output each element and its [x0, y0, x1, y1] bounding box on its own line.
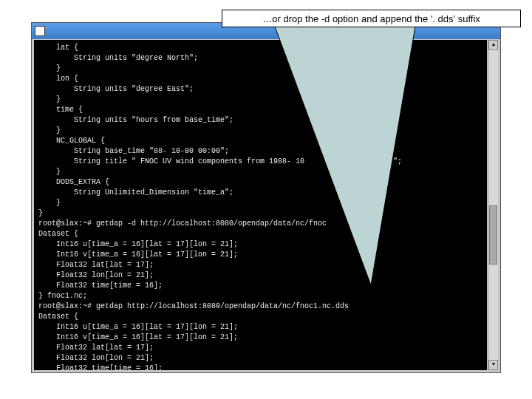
scroll-up-button[interactable]: ▴ [488, 40, 498, 50]
scrollbar-vertical[interactable]: ▴ ▾ [488, 40, 498, 370]
terminal-icon [35, 26, 45, 36]
callout-text: …or drop the -d option and append the '.… [262, 13, 480, 24]
scroll-thumb[interactable] [489, 205, 497, 265]
svg-marker-0 [275, 27, 415, 285]
callout-pointer-icon [275, 27, 437, 293]
scroll-down-button[interactable]: ▾ [488, 360, 498, 370]
callout-annotation: …or drop the -d option and append the '.… [222, 10, 521, 27]
